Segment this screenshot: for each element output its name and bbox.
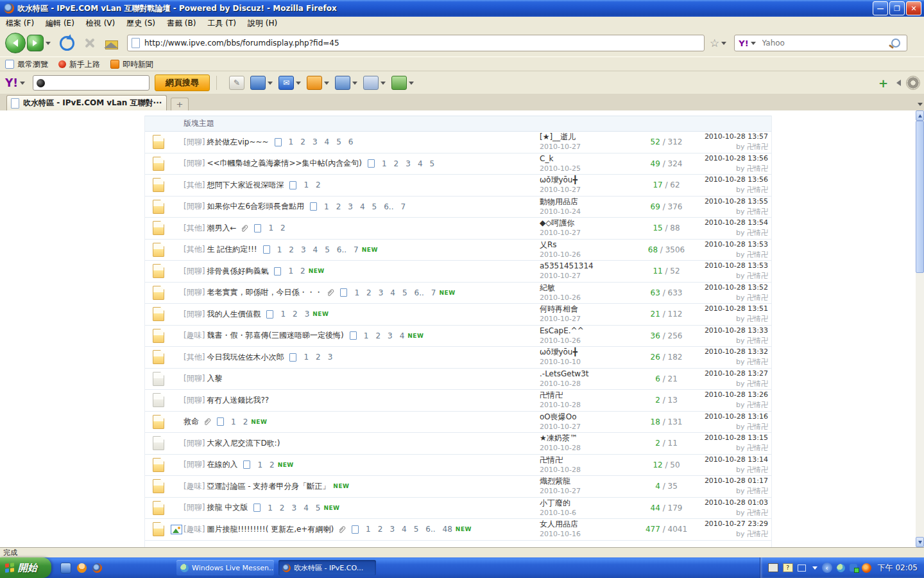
msn-tray-icon[interactable] [837,564,845,572]
thread-author-link[interactable]: ★凍奶茶™ [540,434,633,442]
maximize-button[interactable]: ❐ [889,1,905,15]
page-link[interactable]: 2 [289,245,294,254]
menu-item[interactable]: 書籤 (B) [161,17,201,30]
page-link[interactable]: 5 [414,525,419,534]
thread-title-link[interactable]: 排骨眞係好夠義氣 [207,266,268,277]
thread-tag[interactable]: [其他] [184,180,205,191]
minimize-button[interactable]: — [873,1,888,15]
thread-author-link[interactable]: 卍情卍 [540,391,633,399]
page-link[interactable]: 1 [257,460,262,469]
engine-dropdown-icon[interactable] [751,42,756,48]
dropdown-caret-icon[interactable] [296,82,301,87]
thread-tag[interactable]: [閒聊] [184,459,205,470]
quicklaunch-window-icon[interactable] [60,563,71,574]
lastpost-author-link[interactable]: 卍情卍 [747,487,768,495]
dropdown-caret-icon[interactable] [268,82,273,87]
page-link[interactable]: 5 [316,504,321,512]
lastpost-time-link[interactable]: 2010-10-28 13:53 [700,261,768,270]
lastpost-time-link[interactable]: 2010-10-28 13:27 [700,369,768,378]
thread-title-link[interactable]: 圖片接龍!!!!!!!!!( 更新左,e+有綱喇) [207,524,334,535]
tray-caret-icon[interactable] [812,566,817,572]
table-row[interactable]: [趣味] 亞運討論區 - 支持者甲分身「斷正」 NEW 熾烈紫龍 2010-10… [145,476,771,498]
gear-icon[interactable] [906,76,920,90]
start-button[interactable]: 開始 [0,557,51,578]
page-link[interactable]: 5 [325,245,330,254]
table-row[interactable]: [閒聊] 入黎 .-LetsGetw3t 2010-10-28 6 / 21 2… [145,369,771,390]
tab-forum[interactable]: 吹水特區 - IPvE.COM vLan 互聯對··· [6,95,167,110]
table-row[interactable]: [閒聊] 有冇人送錢比我?? 卍情卍 2010-10-28 2 / 13 201… [145,390,771,412]
page-link[interactable]: 5 [402,288,407,297]
thread-title-link[interactable]: 如果你中左6合彩頭長會點用 [207,201,304,212]
thread-author-link[interactable]: 乂Rs [540,241,633,249]
lastpost-author-link[interactable]: 卍情卍 [747,401,768,409]
lastpost-author-link[interactable]: 卍情卍 [747,164,768,173]
dropdown-caret-icon[interactable] [409,82,414,87]
lastpost-author-link[interactable]: 卍情卍 [747,229,768,237]
page-link[interactable]: 1 [231,417,236,426]
page-link[interactable]: 2 [378,525,383,534]
page-link[interactable]: 4 [304,504,309,512]
table-row[interactable]: [閒聊] 大家入尼交流下D歌:) ★凍奶茶™ 2010-10-28 2 / 11… [145,433,771,455]
lastpost-author-link[interactable]: 卍情卍 [747,509,768,517]
lastpost-author-link[interactable]: 卍情卍 [747,293,768,302]
thread-author-link[interactable]: EsCapE.^^ [540,327,633,335]
stamp-icon[interactable]: ✎ [229,76,244,90]
menu-item[interactable]: 工具 (T) [201,17,242,30]
yahoo-search-button[interactable]: 網頁搜尋 [155,74,210,91]
menu-item[interactable]: 歷史 (S) [121,17,161,30]
page-link[interactable]: 7 [400,202,406,211]
page-link[interactable]: 6.. [425,525,435,534]
scroll-up-icon[interactable] [916,110,924,121]
page-link[interactable]: 2 [316,353,321,362]
dropdown-caret-icon[interactable] [381,82,386,87]
add-button[interactable]: + [878,76,888,90]
lastpost-author-link[interactable]: 卍情卍 [747,337,768,345]
thread-title-link[interactable]: 潮男入← [207,223,236,234]
page-link[interactable]: 4 [325,137,330,146]
yahoo-search-input[interactable] [33,75,150,91]
page-link[interactable]: 2 [270,460,275,469]
page-link[interactable]: 4 [400,331,405,340]
thread-author-link[interactable]: ωǒ璦yōu╋ [540,348,633,356]
page-link[interactable]: 6.. [337,245,346,254]
page-link[interactable]: 1 [324,202,329,211]
reload-button[interactable] [60,36,74,51]
thread-tag[interactable]: [閒聊] [184,201,205,212]
page-link[interactable]: 1 [268,223,273,232]
lastpost-time-link[interactable]: 2010-10-28 13:56 [700,154,768,162]
thread-title-link[interactable]: 我的人生價值觀 [207,309,261,320]
table-row[interactable]: [閒聊] 我的人生價值觀 123 NEW 何時再相會 2010-10-27 21… [145,304,771,326]
table-row[interactable]: [趣味] 魏書・假・郭嘉傳(三國迷唔睇一定後悔) 1234 NEW EsCapE… [145,326,771,347]
page-link[interactable]: 5 [430,159,435,168]
table-row[interactable]: [其他] 今日我玩佐佐木小次郎 123 ωǒ璦yōu╋ 2010-10-10 2… [145,347,771,369]
thread-tag[interactable]: [閒聊] [184,373,205,384]
page-link[interactable]: 2 [316,180,321,189]
lastpost-time-link[interactable]: 2010-10-28 13:14 [700,455,768,464]
thread-tag[interactable]: [其他] [184,352,205,363]
contacts-icon[interactable] [335,76,350,90]
page-link[interactable]: 1 [304,353,309,362]
firefox-tray-icon[interactable] [862,563,871,573]
lastpost-author-link[interactable]: 卍情卍 [747,530,768,538]
page-link[interactable]: 1 [366,525,371,534]
thread-title-link[interactable]: 亞運討論區 - 支持者甲分身「斷正」 [207,481,330,492]
thread-title-link[interactable]: 救命 [184,416,199,427]
page-link[interactable]: 1 [288,267,293,276]
table-row[interactable]: [閒聊] 接龍 中文版 12345 NEW 小丁廢的 2010-10-6 44 … [145,498,771,520]
lastpost-author-link[interactable]: 卍情卍 [747,380,768,388]
forward-button[interactable] [27,35,44,51]
bookmark-item[interactable]: 即時新聞 [105,59,158,70]
dropdown-caret-icon[interactable] [324,82,329,87]
thread-title-link[interactable]: 想問下大家近視深唔深 [207,180,284,191]
page-link[interactable]: 4 [360,202,365,211]
lastpost-author-link[interactable]: 卍情卍 [747,143,768,151]
collapse-chevron-icon[interactable] [893,80,901,86]
page-link[interactable]: 3 [301,245,306,254]
home-button[interactable] [105,40,118,49]
thread-tag[interactable]: [閒聊] [184,266,205,277]
keyboard-icon[interactable] [768,563,778,572]
table-row[interactable]: [其他] 潮男入← 12 ◆◇呵護你 2010-10-27 15 / 88 20… [145,218,771,240]
page-link[interactable]: 2 [366,288,372,297]
lastpost-time-link[interactable]: 2010-10-28 13:16 [700,412,768,421]
star-dropdown-icon[interactable] [721,42,726,48]
